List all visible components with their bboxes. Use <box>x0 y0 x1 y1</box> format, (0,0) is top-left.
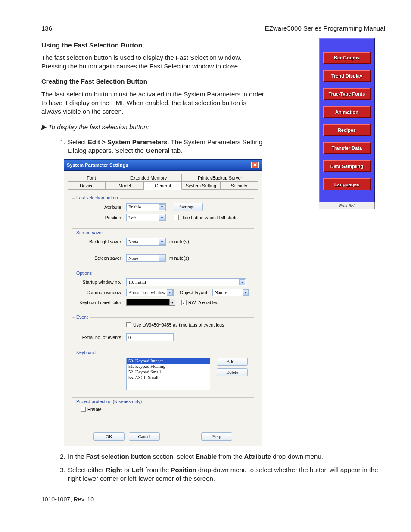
list-item[interactable]: 55. ASCII Small <box>127 375 210 380</box>
step-3: Select either Right or Left from the Pos… <box>67 466 385 483</box>
fastsel-languages[interactable]: Languages <box>323 178 371 190</box>
chevron-down-icon: ▾ <box>243 289 249 296</box>
fastsel-transfer-data[interactable]: Transfer Data <box>323 142 371 154</box>
close-icon[interactable]: ✕ <box>251 162 259 168</box>
tab-security[interactable]: Security <box>220 182 258 190</box>
group-project-protection: Project protection (N series only) Enabl… <box>72 402 254 426</box>
add-button[interactable]: Add... <box>217 358 248 366</box>
extra-events-input[interactable]: 0 <box>126 333 174 341</box>
tabs-row-1: Font Extended Memory Printer/Backup Serv… <box>68 174 258 182</box>
fast-sel-button[interactable]: Fast Sel <box>319 202 375 209</box>
startup-window-label: Startup window no. : <box>75 280 126 285</box>
system-parameter-dialog: System Parameter Settings ✕ Font Extende… <box>64 159 262 446</box>
fastsel-animation[interactable]: Animation <box>323 106 371 118</box>
keyboard-listbox[interactable]: 50. Keypad Integer 51. Keypad Floating 5… <box>126 358 210 390</box>
cancel-button[interactable]: Cancel <box>129 432 160 441</box>
fast-selection-window: Bar Graphs Trend Display True-Type Fonts… <box>319 38 375 203</box>
fastsel-true-type-fonts[interactable]: True-Type Fonts <box>323 88 371 100</box>
triangle-icon: ▶ <box>41 123 47 131</box>
fastsel-recipes[interactable]: Recipes <box>323 124 371 136</box>
list-item[interactable]: 50. Keypad Integer <box>127 358 210 364</box>
page-footer: 1010-1007, Rev. 10 <box>41 495 94 504</box>
screensaver-label: Screen saver : <box>75 255 126 261</box>
minutes-label: minute(s) <box>169 255 189 261</box>
list-item[interactable]: 52. Keypad Small <box>127 369 210 375</box>
chevron-down-icon: ▾ <box>239 279 245 285</box>
tab-device[interactable]: Device <box>68 182 106 190</box>
group-title-project: Project protection (N series only) <box>75 399 143 404</box>
tabs-row-2: Device Model General System Setting Secu… <box>68 182 258 190</box>
chevron-down-icon[interactable]: ▾ <box>169 299 175 306</box>
list-item[interactable]: 51. Keypad Floating <box>127 364 210 369</box>
step-1: Select Edit > System Parameters. The Sys… <box>67 138 274 156</box>
tab-model[interactable]: Model <box>106 182 143 190</box>
chevron-down-icon: ▾ <box>159 239 165 245</box>
manual-title: EZware5000 Series Programming Manual <box>265 24 385 33</box>
group-event: Event Use LW9450~9455 as time tags of ev… <box>72 317 254 348</box>
dialog-title: System Parameter Settings <box>67 162 128 168</box>
common-window-dropdown[interactable]: Above base window▾ <box>126 289 174 296</box>
body-paragraph: The fast selection button must be activa… <box>41 90 265 116</box>
step-2: In the Fast selection button section, se… <box>67 452 385 461</box>
caret-color-picker[interactable] <box>126 299 169 306</box>
group-screen-saver: Screen saver Back light saver : None▾ mi… <box>72 233 254 269</box>
help-button[interactable]: Help <box>201 432 232 441</box>
group-options: Options Startup window no. : 10. Initial… <box>72 274 254 313</box>
common-window-label: Common window : <box>75 290 126 295</box>
chevron-down-icon: ▾ <box>167 289 173 296</box>
tab-general[interactable]: General <box>144 182 182 190</box>
group-keyboard: Keyboard 50. Keypad Integer 51. Keypad F… <box>72 353 254 398</box>
page-number: 136 <box>41 24 52 33</box>
startup-window-dropdown[interactable]: 10. Initial▾ <box>126 278 246 286</box>
dialog-titlebar[interactable]: System Parameter Settings ✕ <box>64 159 262 171</box>
fastsel-bar-graphs[interactable]: Bar Graphs <box>323 52 371 64</box>
group-fast-selection: Fast selection button Attribute : Enable… <box>72 198 254 229</box>
backlight-dropdown[interactable]: None▾ <box>126 238 166 246</box>
delete-button[interactable]: Delete <box>217 368 248 376</box>
fastsel-trend-display[interactable]: Trend Display <box>323 70 371 82</box>
caret-color-label: Keyboard caret color : <box>75 300 126 305</box>
tab-extended-memory[interactable]: Extended Memory <box>115 174 182 182</box>
fastsel-data-sampling[interactable]: Data Sampling <box>323 160 371 172</box>
group-title-fast: Fast selection button <box>75 195 120 200</box>
attribute-dropdown[interactable]: Enable▾ <box>126 203 166 211</box>
group-title-keyboard: Keyboard <box>75 350 97 355</box>
rwa-enabled-checkbox[interactable]: ✓RW_A enabled <box>181 300 218 305</box>
intro-paragraph: The fast selection button is used to dis… <box>41 53 265 71</box>
chevron-down-icon: ▾ <box>159 204 165 210</box>
group-title-event: Event <box>75 314 90 320</box>
backlight-label: Back light saver : <box>75 239 126 244</box>
object-layout-label: Object layout : <box>180 290 212 295</box>
attribute-label: Attribute : <box>75 205 126 210</box>
minutes-label: minute(s) <box>169 239 189 244</box>
extra-events-label: Extra. no. of events : <box>75 335 126 340</box>
screensaver-dropdown[interactable]: None▾ <box>126 254 166 262</box>
tab-system-setting[interactable]: System Setting <box>182 182 220 190</box>
position-label: Position : <box>75 215 126 220</box>
group-title-options: Options <box>75 271 93 276</box>
project-enable-checkbox[interactable]: Enable <box>81 407 102 412</box>
settings-button[interactable]: Settings... <box>174 203 203 211</box>
use-lw-checkbox[interactable]: Use LW9450~9455 as time tags of event lo… <box>126 322 224 327</box>
page-header: 136 EZware5000 Series Programming Manual <box>41 24 385 34</box>
position-dropdown[interactable]: Left▾ <box>126 214 166 221</box>
tab-printer-backup[interactable]: Printer/Backup Server <box>182 174 258 182</box>
tab-font[interactable]: Font <box>68 174 115 182</box>
chevron-down-icon: ▾ <box>159 215 165 221</box>
dialog-footer: OK Cancel Help <box>68 428 258 442</box>
hide-on-start-checkbox[interactable]: Hide button when HMI starts <box>174 215 237 220</box>
chevron-down-icon: ▾ <box>159 255 165 261</box>
ok-button[interactable]: OK <box>93 432 125 441</box>
group-title-saver: Screen saver <box>75 230 105 235</box>
object-layout-dropdown[interactable]: Nature▾ <box>212 289 249 296</box>
